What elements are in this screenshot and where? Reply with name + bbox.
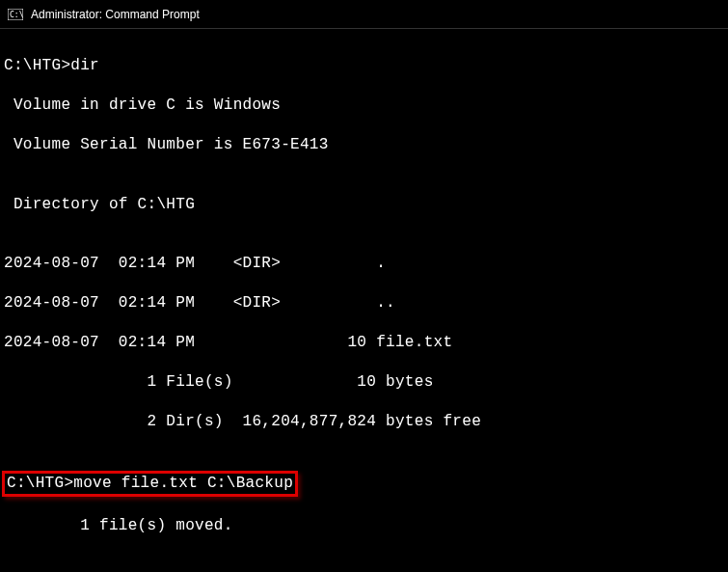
command-text: dir [70, 57, 99, 74]
output-line: 2024-08-07 02:14 PM 10 file.txt [4, 333, 724, 352]
output-line: C:\HTG>dir [4, 56, 724, 75]
terminal-output[interactable]: C:\HTG>dir Volume in drive C is Windows … [0, 29, 728, 572]
output-line: 2024-08-07 02:14 PM <DIR> .. [4, 293, 724, 313]
output-line: Volume in drive C is Windows [4, 95, 724, 115]
prompt: C:\HTG> [7, 475, 73, 492]
command-text: move file.txt C:\Backup [73, 475, 293, 492]
output-line: 1 file(s) moved. [4, 516, 724, 535]
output-line: C:\HTG>move file.txt C:\Backup [4, 471, 724, 496]
prompt: C:\HTG> [4, 57, 70, 74]
output-line: 2 Dir(s) 16,204,877,824 bytes free [4, 412, 724, 431]
svg-text:C:\: C:\ [10, 11, 23, 19]
window-titlebar[interactable]: C:\ Administrator: Command Prompt [0, 0, 728, 29]
output-line: Directory of C:\HTG [4, 195, 724, 214]
cmd-icon: C:\ [8, 7, 23, 22]
output-line: Volume Serial Number is E673-E413 [4, 135, 724, 154]
output-line: 1 File(s) 10 bytes [4, 372, 724, 392]
highlighted-command: C:\HTG>move file.txt C:\Backup [2, 471, 298, 496]
output-line: 2024-08-07 02:14 PM <DIR> . [4, 254, 724, 273]
window-title: Administrator: Command Prompt [31, 8, 200, 21]
